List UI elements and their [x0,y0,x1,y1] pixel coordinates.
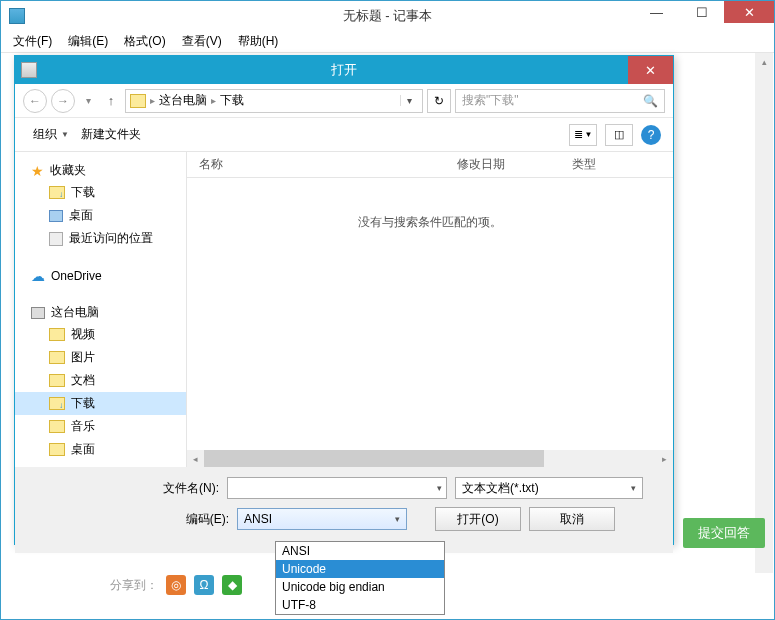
notepad-menubar: 文件(F) 编辑(E) 格式(O) 查看(V) 帮助(H) [1,31,774,53]
open-button[interactable]: 打开(O) [435,507,521,531]
empty-message: 没有与搜索条件匹配的项。 [187,178,673,231]
folder-icon [49,351,65,364]
filename-input[interactable]: ▾ [227,477,447,499]
dialog-icon [21,62,37,78]
filename-label: 文件名(N): [139,480,219,497]
scroll-thumb[interactable] [204,450,544,467]
chevron-down-icon: ▾ [631,483,636,493]
star-icon: ★ [31,163,44,179]
scroll-left-icon[interactable]: ◂ [187,450,204,467]
organize-button[interactable]: 组织 ▼ [27,123,75,146]
column-date[interactable]: 修改日期 [445,152,560,177]
search-placeholder: 搜索"下载" [462,92,519,109]
scroll-up-icon[interactable]: ▴ [755,53,773,71]
breadcrumb[interactable]: ▸ 这台电脑 ▸ 下载 ▾ [125,89,423,113]
menu-edit[interactable]: 编辑(E) [60,31,116,52]
folder-icon [49,328,65,341]
folder-icon [49,374,65,387]
tree-item-videos[interactable]: 视频 [15,323,186,346]
nav-back-button[interactable]: ← [23,89,47,113]
recent-icon [49,232,63,246]
filetype-select[interactable]: 文本文档(*.txt) ▾ [455,477,643,499]
content-area: ★ 收藏夹 下载 桌面 最近访问的位置 ☁ [15,152,673,467]
tree-item-desktop[interactable]: 桌面 [15,204,186,227]
tree-item-desktop2[interactable]: 桌面 [15,438,186,461]
search-input[interactable]: 搜索"下载" 🔍 [455,89,665,113]
nav-forward-button[interactable]: → [51,89,75,113]
share-weibo-icon[interactable]: ◎ [166,575,186,595]
folder-icon [130,94,146,108]
breadcrumb-dropdown-icon[interactable]: ▾ [400,95,418,106]
cancel-button[interactable]: 取消 [529,507,615,531]
search-icon: 🔍 [643,94,658,108]
notepad-scrollbar[interactable]: ▴ [755,53,773,573]
column-type[interactable]: 类型 [560,152,673,177]
share-row: 分享到： ◎ Ω ◆ [110,575,242,595]
column-name[interactable]: 名称 [187,152,445,177]
notepad-title: 无标题 - 记事本 [343,7,433,25]
share-label: 分享到： [110,577,158,594]
maximize-button[interactable]: ☐ [679,1,724,23]
chevron-down-icon: ▾ [395,514,400,524]
desktop-icon [49,210,63,222]
horizontal-scrollbar[interactable]: ◂ ▸ [187,450,673,467]
download-folder-icon [49,186,65,199]
menu-file[interactable]: 文件(F) [5,31,60,52]
nav-row: ← → ▾ ↑ ▸ 这台电脑 ▸ 下载 ▾ ↻ 搜索"下载" 🔍 [15,84,673,118]
dialog-titlebar: 打开 ✕ [15,56,673,84]
dialog-title: 打开 [331,61,357,79]
pc-icon [31,307,45,319]
chevron-right-icon: ▸ [150,95,155,106]
tree-item-documents[interactable]: 文档 [15,369,186,392]
menu-view[interactable]: 查看(V) [174,31,230,52]
tree-panel: ★ 收藏夹 下载 桌面 最近访问的位置 ☁ [15,152,187,467]
share-douban-icon[interactable]: ◆ [222,575,242,595]
nav-history-button[interactable]: ▾ [79,91,97,111]
tree-item-music[interactable]: 音乐 [15,415,186,438]
notepad-icon [9,8,25,24]
encoding-dropdown: ANSI Unicode Unicode big endian UTF-8 [275,541,445,615]
preview-pane-button[interactable]: ◫ [605,124,633,146]
breadcrumb-root[interactable]: 这台电脑 [159,92,207,109]
download-folder-icon [49,397,65,410]
notepad-titlebar: 无标题 - 记事本 — ☐ ✕ [1,1,774,31]
encoding-option-utf8[interactable]: UTF-8 [276,596,444,614]
open-dialog: 打开 ✕ ← → ▾ ↑ ▸ 这台电脑 ▸ 下载 ▾ ↻ 搜索"下载" 🔍 组织… [14,55,674,545]
breadcrumb-current[interactable]: 下载 [220,92,244,109]
folder-icon [49,420,65,433]
refresh-button[interactable]: ↻ [427,89,451,113]
close-button[interactable]: ✕ [724,1,774,23]
new-folder-button[interactable]: 新建文件夹 [75,123,147,146]
cloud-icon: ☁ [31,268,45,284]
menu-help[interactable]: 帮助(H) [230,31,287,52]
toolbar-row: 组织 ▼ 新建文件夹 ≣ ▼ ◫ ? [15,118,673,152]
list-header: 名称 修改日期 类型 [187,152,673,178]
share-qq-icon[interactable]: Ω [194,575,214,595]
encoding-select[interactable]: ANSI ▾ [237,508,407,530]
chevron-right-icon: ▸ [211,95,216,106]
tree-item-downloads[interactable]: 下载 [15,181,186,204]
help-button[interactable]: ? [641,125,661,145]
chevron-down-icon: ▼ [61,130,69,139]
tree-onedrive[interactable]: ☁ OneDrive [15,266,186,286]
tree-item-downloads-pc[interactable]: 下载 [15,392,186,415]
encoding-option-unicode[interactable]: Unicode [276,560,444,578]
dialog-close-button[interactable]: ✕ [628,56,673,84]
folder-icon [49,443,65,456]
nav-up-button[interactable]: ↑ [101,91,121,111]
minimize-button[interactable]: — [634,1,679,23]
tree-this-pc[interactable]: 这台电脑 [15,302,186,323]
submit-answer-button[interactable]: 提交回答 [683,518,765,548]
encoding-label: 编码(E): [169,511,229,528]
tree-item-recent[interactable]: 最近访问的位置 [15,227,186,250]
scroll-right-icon[interactable]: ▸ [656,450,673,467]
encoding-option-ansi[interactable]: ANSI [276,542,444,560]
encoding-option-unicode-be[interactable]: Unicode big endian [276,578,444,596]
view-options-button[interactable]: ≣ ▼ [569,124,597,146]
tree-favorites[interactable]: ★ 收藏夹 [15,160,186,181]
tree-item-pictures[interactable]: 图片 [15,346,186,369]
file-list-panel: 名称 修改日期 类型 没有与搜索条件匹配的项。 ◂ ▸ [187,152,673,467]
chevron-down-icon[interactable]: ▾ [437,483,442,493]
menu-format[interactable]: 格式(O) [116,31,173,52]
